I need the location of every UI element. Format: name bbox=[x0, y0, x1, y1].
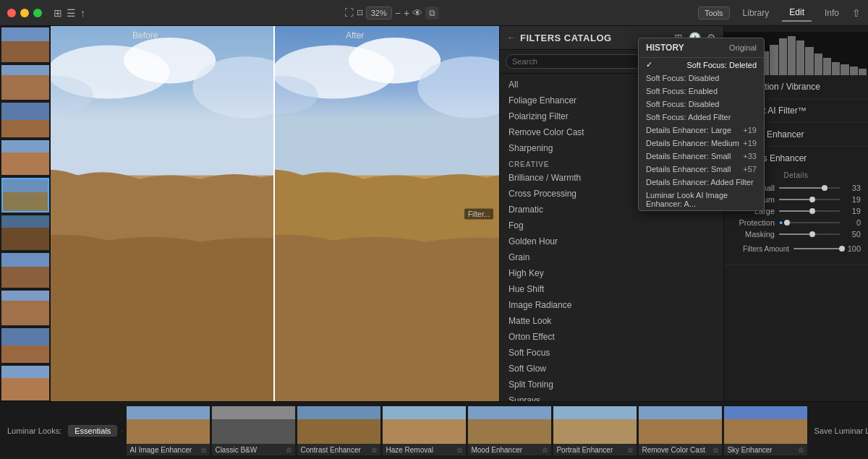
looks-thumb-sky[interactable]: Sky Enhancer ☆ bbox=[724, 406, 807, 455]
close-button[interactable] bbox=[7, 9, 16, 17]
hist-bar bbox=[859, 69, 867, 75]
looks-tab-essentials[interactable]: Essentials bbox=[68, 425, 117, 437]
looks-thumb-bw[interactable]: Classic B&W ☆ bbox=[212, 406, 295, 455]
star-icon-4[interactable]: ☆ bbox=[542, 446, 548, 454]
hist-bar bbox=[832, 62, 840, 75]
looks-thumb-haze[interactable]: Haze Removal ☆ bbox=[383, 406, 466, 455]
filter-orton[interactable]: Orton Effect bbox=[500, 329, 723, 345]
masking-value: 50 bbox=[843, 230, 861, 239]
star-icon-3[interactable]: ☆ bbox=[456, 446, 463, 454]
filter-fog[interactable]: Fog bbox=[500, 218, 723, 233]
filter-golden-hour[interactable]: Golden Hour bbox=[500, 233, 723, 249]
filter-hue-shift[interactable]: Hue Shift bbox=[500, 281, 723, 297]
small-slider[interactable] bbox=[779, 187, 840, 189]
maximize-button[interactable] bbox=[33, 9, 42, 17]
masking-thumb[interactable] bbox=[809, 231, 815, 237]
filters-amount-thumb[interactable] bbox=[839, 246, 845, 252]
main-area: Before After bbox=[0, 26, 868, 401]
history-item-10[interactable]: Luminar Look AI Image Enhancer: A... bbox=[639, 189, 723, 210]
filmstrip-thumb-7[interactable] bbox=[1, 253, 49, 288]
transform-icon[interactable]: ⊡ bbox=[357, 8, 363, 17]
filter-image-radiance[interactable]: Image Radiance bbox=[500, 297, 723, 313]
history-item-9[interactable]: Details Enhancer: Added Filter bbox=[639, 176, 723, 189]
history-item-6[interactable]: Details Enhancer: Medium +19 bbox=[639, 137, 723, 150]
zoom-out-icon[interactable]: − bbox=[395, 7, 401, 19]
filmstrip-thumb-1[interactable] bbox=[1, 27, 49, 62]
filters-amount-slider[interactable] bbox=[793, 248, 840, 249]
protection-label: Protection bbox=[731, 218, 775, 227]
save-luminar-look-button[interactable]: Save Luminar Look... bbox=[809, 426, 868, 435]
history-item-1[interactable]: Soft Focus: Disabled bbox=[639, 72, 723, 85]
filter-soft-glow[interactable]: Soft Glow bbox=[500, 361, 723, 377]
history-item-7[interactable]: Details Enhancer: Small +33 bbox=[639, 150, 723, 163]
filter-soft-focus[interactable]: Soft Focus bbox=[500, 345, 723, 361]
filmstrip-thumb-9[interactable] bbox=[1, 328, 49, 363]
masking-slider[interactable] bbox=[779, 233, 840, 235]
tab-library[interactable]: Library bbox=[736, 5, 777, 21]
history-title: HISTORY bbox=[646, 43, 684, 53]
looks-label-sky: Sky Enhancer bbox=[727, 446, 772, 454]
filter-split-toning[interactable]: Split Toning bbox=[500, 377, 723, 392]
protection-thumb[interactable] bbox=[784, 220, 790, 226]
hist-bar bbox=[796, 40, 804, 75]
looks-thumb-contrast[interactable]: Contrast Enhancer ☆ bbox=[297, 406, 380, 455]
looks-thumb-ai[interactable]: AI Image Enhancer ☆ bbox=[127, 406, 210, 455]
canvas-area: Before After bbox=[51, 26, 499, 401]
back-icon[interactable]: ← bbox=[507, 33, 516, 43]
masking-row: Masking 50 bbox=[731, 230, 861, 239]
star-icon-7[interactable]: ☆ bbox=[798, 446, 804, 454]
looks-thumb-remove-color[interactable]: Remove Color Cast ☆ bbox=[639, 406, 722, 455]
visibility-icon[interactable]: 👁 bbox=[412, 7, 422, 19]
filmstrip-thumb-5-active[interactable] bbox=[1, 178, 49, 213]
medium-value: 19 bbox=[843, 195, 861, 204]
filmstrip-thumb-8[interactable] bbox=[1, 291, 49, 325]
filters-amount-row: Filters Amount 100 bbox=[731, 244, 861, 253]
star-icon-0[interactable]: ☆ bbox=[200, 446, 207, 454]
filmstrip-thumb-3[interactable] bbox=[1, 103, 49, 137]
medium-slider[interactable] bbox=[779, 199, 840, 200]
large-slider[interactable] bbox=[779, 210, 840, 212]
looks-thumb-mood[interactable]: Mood Enhancer ☆ bbox=[468, 406, 551, 455]
filmstrip-thumb-6[interactable] bbox=[1, 215, 49, 250]
tab-edit[interactable]: Edit bbox=[782, 4, 812, 22]
star-icon-1[interactable]: ☆ bbox=[286, 446, 292, 454]
star-icon-6[interactable]: ☆ bbox=[712, 446, 719, 454]
hist-bar bbox=[850, 67, 858, 75]
history-item-3[interactable]: Soft Focus: Disabled bbox=[639, 98, 723, 111]
small-slider-fill bbox=[779, 187, 822, 189]
tab-info[interactable]: Info bbox=[817, 5, 846, 21]
history-item-2[interactable]: Soft Focus: Enabled bbox=[639, 85, 723, 98]
tools-button[interactable]: Tools bbox=[698, 7, 730, 20]
star-icon-5[interactable]: ☆ bbox=[627, 446, 634, 454]
zoom-in-icon[interactable]: + bbox=[404, 7, 409, 19]
protection-slider[interactable] bbox=[784, 222, 840, 223]
history-item-4[interactable]: Soft Focus: Added Filter bbox=[639, 111, 723, 124]
medium-slider-thumb[interactable] bbox=[809, 197, 815, 202]
medium-slider-fill bbox=[779, 199, 809, 200]
compare-toggle[interactable]: ⧉ bbox=[425, 7, 439, 20]
filmstrip-thumb-10[interactable] bbox=[1, 366, 49, 400]
protection-row: Protection ● 0 bbox=[731, 218, 861, 227]
crop-tool-icon[interactable]: ⛶ bbox=[344, 7, 354, 18]
small-value: 33 bbox=[843, 184, 861, 192]
share-icon[interactable]: ⇧ bbox=[852, 7, 861, 19]
large-slider-thumb[interactable] bbox=[809, 208, 815, 214]
minimize-button[interactable] bbox=[20, 9, 29, 17]
toolbar-right: Tools Library Edit Info ⇧ bbox=[698, 4, 861, 22]
hist-bar bbox=[770, 45, 778, 75]
history-item-8[interactable]: Details Enhancer: Small +57 bbox=[639, 163, 723, 176]
looks-thumb-portrait[interactable]: Portrait Enhancer ☆ bbox=[553, 406, 637, 455]
filmstrip-thumb-2[interactable] bbox=[1, 65, 49, 100]
filter-grain[interactable]: Grain bbox=[500, 249, 723, 265]
history-item-0[interactable]: Soft Focus: Deleted bbox=[639, 58, 723, 72]
filter-high-key[interactable]: High Key bbox=[500, 265, 723, 281]
small-slider-thumb[interactable] bbox=[822, 185, 827, 191]
upload-icon: ↑ bbox=[80, 7, 85, 19]
star-icon-2[interactable]: ☆ bbox=[371, 446, 378, 454]
history-item-5[interactable]: Details Enhancer: Large +19 bbox=[639, 124, 723, 137]
looks-label-bw: Classic B&W bbox=[215, 446, 257, 454]
filter-matte-look[interactable]: Matte Look bbox=[500, 313, 723, 329]
toolbar-center: ⛶ ⊡ 32% − + 👁 ⧉ bbox=[344, 7, 439, 20]
filter-sunrays[interactable]: Sunrays bbox=[500, 392, 723, 401]
filmstrip-thumb-4[interactable] bbox=[1, 140, 49, 175]
